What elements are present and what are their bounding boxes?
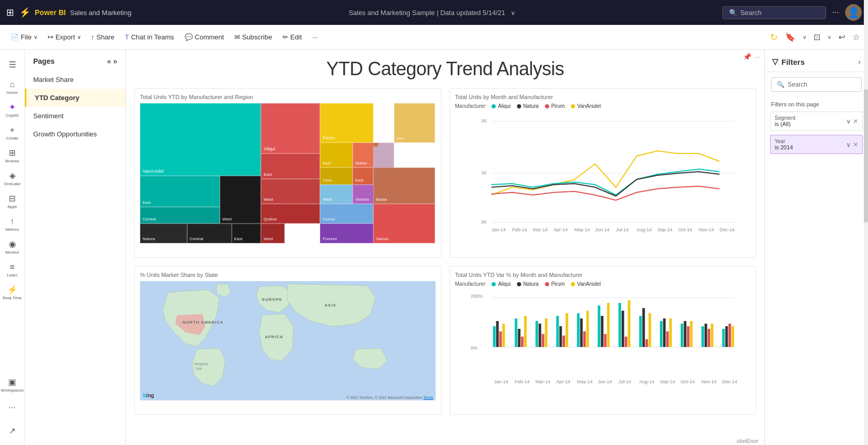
collapse-left-icon[interactable]: « (107, 57, 111, 65)
svg-text:2K: 2K (481, 118, 486, 123)
svg-rect-35 (521, 337, 523, 347)
copilot-label: Copilot (6, 113, 19, 118)
subscribe-button[interactable]: ✉ Subscribe (230, 31, 276, 43)
sidebar-item-market-share[interactable]: Market Share (25, 71, 125, 89)
filter-segment-clear[interactable]: ✕ (853, 118, 858, 125)
tm-pirum-main[interactable]: Pirum (320, 103, 373, 143)
tm-natura-central[interactable]: Central (187, 224, 231, 243)
filters-scroll-thumb[interactable] (864, 89, 868, 223)
filter-segment-dropdown[interactable]: ∨ (846, 118, 851, 125)
metrics-icon: ↑ (10, 217, 15, 226)
tm-barba-main[interactable]: Barba (373, 168, 436, 204)
tm-pomum[interactable]: Pomum (320, 224, 373, 243)
filter-year-controls: ∨ ✕ (846, 141, 858, 148)
filters-search[interactable]: 🔍 Search (771, 77, 862, 92)
chat-teams-button[interactable]: T Chat in Teams (121, 31, 178, 43)
line-chart[interactable]: Total Units by Month and Manufacturer Ma… (450, 88, 757, 258)
sidebar-item-ytd-category[interactable]: YTD Category (25, 89, 125, 107)
pin-icon[interactable]: 📌 (743, 53, 751, 61)
share-icon: ↑ (91, 33, 95, 41)
tm-aliqui-east[interactable]: East (261, 154, 320, 179)
sidebar-item-create[interactable]: + Create (2, 122, 23, 143)
favorite-icon[interactable]: ☆ (850, 30, 862, 44)
filters-expand-icon[interactable]: › (858, 58, 861, 66)
tm-aliqui-main[interactable]: Aliqui (261, 103, 320, 154)
bookmark-dropdown-icon[interactable]: ∨ (801, 32, 808, 42)
tm-natura-main[interactable]: Natura (140, 224, 187, 243)
bar-legend-aliqui: Aliqui (492, 281, 510, 287)
map-chart[interactable]: % Units Market Share by State (134, 266, 441, 415)
view-dropdown-icon[interactable]: ∨ (825, 32, 833, 42)
tm-west-light[interactable]: West (320, 185, 353, 204)
edit-button[interactable]: ✏ Edit (278, 31, 306, 43)
bar-chart[interactable]: Total Units YTD Var % by Month and Manuf… (450, 266, 757, 415)
sidebar-item-external[interactable]: ↗ (2, 420, 23, 441)
filter-segment[interactable]: Segment is (All) ∨ ✕ (770, 112, 863, 131)
refresh-icon[interactable]: ↻ (768, 30, 780, 45)
sidebar-item-copilot[interactable]: ✦ Copilot (2, 100, 23, 120)
tm-vanarsdel-central[interactable]: Central (140, 207, 220, 224)
sidebar-item-browse[interactable]: ⊞ Browse (2, 145, 23, 166)
sidebar-item-onelake[interactable]: ◈ OneLake (2, 168, 23, 189)
comment-button[interactable]: 💬 Comment (180, 31, 228, 43)
sidebar-item-sentiment[interactable]: Sentiment (25, 107, 125, 125)
line-chart-svg: 2K 1K 0K (455, 112, 751, 237)
apps-grid-icon[interactable]: ⊞ (6, 7, 14, 18)
filter-year-dropdown[interactable]: ∨ (846, 141, 851, 148)
svg-rect-73 (722, 329, 724, 347)
svg-text:1K: 1K (481, 170, 486, 175)
legend-pirum: Pirum (545, 103, 565, 109)
svg-rect-55 (624, 337, 627, 347)
sidebar-item-realtime[interactable]: ⚡ Real-Time (2, 282, 23, 303)
sidebar-item-learn[interactable]: ≡ Learn (2, 259, 23, 280)
tm-aliqui-west[interactable]: West (261, 179, 320, 204)
filter-year-clear[interactable]: ✕ (853, 141, 858, 148)
filter-icon: ▽ (772, 57, 778, 66)
tm-salvus[interactable]: Salvus (373, 204, 436, 243)
view-icon[interactable]: ⊡ (811, 30, 822, 44)
tm-quibus[interactable]: Quibus (261, 204, 320, 224)
sidebar-item-menu[interactable]: ☰ (2, 54, 23, 75)
sidebar-item-metrics[interactable]: ↑ Metrics (2, 214, 23, 234)
svg-rect-32 (502, 324, 505, 347)
tm-leo[interactable]: Leo (394, 103, 436, 143)
dropdown-icon[interactable]: ∨ (511, 9, 515, 17)
filters-scrollbar[interactable] (864, 50, 868, 445)
tm-abbas-east[interactable]: East (353, 168, 373, 184)
sidebar-item-home[interactable]: ⌂ Home (2, 77, 23, 98)
tm-currus[interactable]: Currus (320, 204, 373, 224)
tm-quibus-west[interactable]: West (261, 224, 285, 243)
undo-icon[interactable]: ↩ (836, 30, 847, 44)
tm-pirum-central[interactable]: Cent... (320, 168, 353, 184)
file-button[interactable]: 📄 File ∨ (6, 31, 41, 43)
treemap-chart[interactable]: Total Units YTD by Manufacturer and Regi… (134, 88, 441, 258)
svg-rect-36 (524, 316, 526, 347)
avatar[interactable]: 👤 (845, 4, 862, 21)
export-button[interactable]: ↦ Export ∨ (44, 31, 85, 43)
sidebar-item-workspaces[interactable]: ▣ Workspaces (2, 374, 23, 395)
collapse-right-icon[interactable]: » (113, 57, 117, 65)
tm-pirum-east[interactable]: East (320, 143, 353, 168)
tm-vanarsdel-east[interactable]: East (140, 176, 220, 206)
sidebar-item-monitor[interactable]: ◉ Monitor (2, 237, 23, 257)
tm-vanarsdel-west[interactable]: West (220, 176, 261, 224)
bookmark-icon[interactable]: 🔖 (783, 30, 797, 44)
filter-year[interactable]: Year is 2014 ∨ ✕ (770, 135, 863, 154)
filter-year-value: is 2014 (775, 144, 793, 150)
sidebar-item-growth-opportunities[interactable]: Growth Opportunities (25, 125, 125, 143)
tm-natura-west[interactable]: East (232, 224, 261, 243)
tm-barba[interactable] (373, 143, 379, 147)
svg-rect-53 (618, 303, 621, 347)
sidebar-item-apps[interactable]: ⊟ Apps (2, 191, 23, 212)
sidebar-item-more[interactable]: ··· (2, 397, 23, 418)
svg-rect-43 (562, 336, 565, 347)
svg-text:EUROPE: EUROPE (262, 297, 282, 302)
share-button[interactable]: ↑ Share (87, 31, 119, 43)
canvas-more-icon[interactable]: ··· (754, 53, 760, 61)
filters-search-icon: 🔍 (777, 81, 785, 88)
more-toolbar-button[interactable]: ··· (308, 31, 322, 43)
svg-text:Aug-14: Aug-14 (636, 227, 651, 232)
tm-vanarsdel-main[interactable]: VanArsdel (140, 103, 261, 176)
search-box[interactable]: 🔍 Search (722, 6, 826, 19)
more-nav-icon[interactable]: ··· (832, 8, 839, 17)
